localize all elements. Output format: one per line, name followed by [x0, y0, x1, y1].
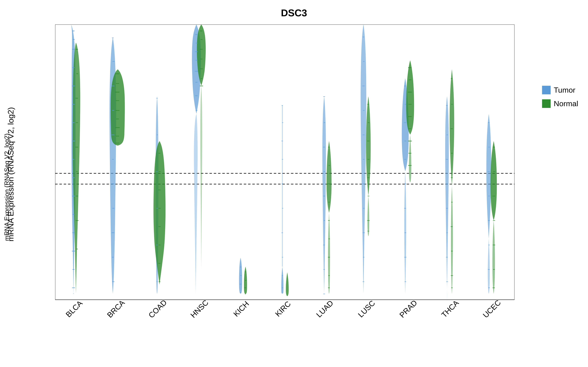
svg-rect-75: [196, 110, 197, 111]
svg-rect-157: [451, 78, 452, 79]
svg-rect-66: [116, 136, 119, 136]
svg-rect-119: [363, 37, 364, 37]
svg-rect-171: [488, 220, 490, 221]
svg-rect-94: [282, 159, 283, 160]
svg-rect-103: [323, 147, 325, 147]
svg-rect-167: [488, 122, 490, 123]
legend-color-tumor: [542, 86, 551, 94]
svg-rect-150: [447, 134, 448, 135]
svg-rect-136: [404, 208, 406, 209]
svg-rect-46: [76, 220, 78, 221]
svg-rect-79: [200, 59, 202, 59]
svg-rect-92: [282, 122, 283, 123]
svg-rect-81: [201, 78, 202, 79]
svg-rect-180: [493, 269, 495, 270]
svg-rect-203: [367, 231, 369, 232]
svg-rect-87: [245, 272, 246, 272]
svg-rect-168: [488, 147, 490, 147]
legend-label-tumor: Tumor: [554, 86, 575, 94]
svg-rect-144: [408, 116, 412, 117]
svg-rect-59: [115, 73, 119, 74]
svg-rect-173: [488, 269, 490, 270]
svg-rect-127: [363, 233, 365, 233]
svg-rect-113: [328, 202, 330, 202]
svg-rect-28: [72, 104, 75, 105]
svg-rect-23: [72, 31, 75, 31]
svg-rect-89: [244, 287, 246, 288]
svg-rect-132: [404, 122, 406, 123]
svg-rect-96: [282, 208, 283, 209]
svg-rect-115: [329, 239, 330, 239]
svg-rect-70: [195, 51, 198, 52]
svg-rect-196: [367, 104, 369, 105]
svg-rect-151: [446, 159, 448, 160]
svg-rect-142: [408, 92, 412, 92]
svg-rect-121: [362, 86, 364, 86]
svg-rect-117: [328, 275, 330, 276]
svg-rect-100: [282, 287, 283, 288]
svg-rect-110: [328, 147, 330, 147]
svg-rect-161: [451, 177, 453, 178]
svg-rect-143: [408, 104, 412, 105]
svg-rect-176: [493, 171, 495, 172]
svg-rect-191: [157, 134, 158, 135]
svg-text:KIRC: KIRC: [274, 300, 292, 318]
svg-rect-80: [200, 68, 203, 69]
svg-rect-78: [200, 49, 203, 50]
svg-text:LUSC: LUSC: [356, 299, 377, 319]
svg-rect-83: [240, 267, 241, 267]
svg-rect-138: [404, 257, 406, 258]
svg-rect-165: [451, 275, 453, 276]
svg-rect-109: [323, 294, 325, 294]
violin-brca-normal: [111, 69, 125, 146]
svg-rect-26: [72, 67, 75, 68]
svg-rect-71: [196, 60, 198, 60]
svg-rect-141: [409, 80, 411, 80]
svg-rect-166: [451, 287, 453, 288]
svg-rect-146: [408, 141, 412, 142]
svg-rect-154: [446, 233, 448, 233]
svg-rect-185: [159, 208, 161, 209]
svg-rect-194: [156, 245, 158, 245]
svg-rect-91: [282, 105, 283, 106]
svg-rect-37: [72, 269, 75, 270]
svg-rect-148: [408, 165, 412, 166]
svg-rect-85: [240, 284, 241, 284]
svg-text:BLCA: BLCA: [64, 299, 84, 319]
svg-rect-86: [240, 292, 241, 293]
svg-rect-32: [72, 177, 75, 178]
svg-rect-107: [323, 245, 325, 245]
svg-text:PRAD: PRAD: [398, 298, 419, 319]
svg-rect-72: [195, 71, 198, 72]
svg-rect-130: [404, 86, 406, 86]
svg-rect-139: [405, 281, 406, 282]
svg-rect-111: [329, 165, 330, 166]
svg-rect-118: [328, 287, 330, 288]
svg-rect-105: [323, 196, 325, 196]
svg-rect-149: [446, 105, 448, 106]
svg-rect-84: [240, 275, 242, 276]
svg-rect-74: [195, 95, 198, 96]
svg-rect-30: [72, 141, 75, 141]
svg-rect-60: [116, 83, 119, 84]
svg-text:HNSC: HNSC: [189, 298, 210, 319]
y-axis-label: mRNA Expression (RNASeq V2, log2): [6, 107, 15, 242]
svg-rect-187: [159, 245, 160, 245]
svg-rect-88: [245, 280, 246, 281]
svg-rect-95: [282, 184, 283, 184]
svg-rect-65: [115, 127, 120, 128]
svg-rect-52: [112, 134, 114, 135]
svg-rect-104: [324, 171, 325, 172]
svg-rect-131: [405, 104, 406, 105]
svg-rect-201: [368, 196, 369, 196]
svg-rect-106: [324, 220, 325, 221]
svg-rect-56: [112, 233, 114, 233]
svg-rect-182: [158, 153, 160, 154]
svg-rect-64: [116, 119, 119, 119]
svg-rect-164: [451, 251, 453, 251]
svg-rect-126: [363, 208, 364, 209]
svg-rect-184: [158, 190, 161, 190]
svg-rect-123: [363, 134, 364, 135]
svg-rect-50: [112, 86, 114, 86]
svg-rect-25: [72, 49, 75, 50]
